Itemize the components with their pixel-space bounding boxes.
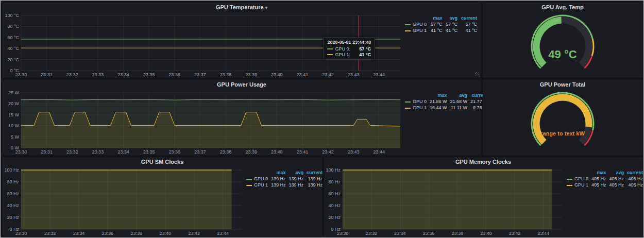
svg-text:23:43: 23:43: [348, 149, 360, 155]
series-color-dash: [405, 101, 411, 103]
svg-text:23:34: 23:34: [117, 149, 129, 155]
svg-text:23:30: 23:30: [337, 231, 349, 236]
legend-row: GPU 1 41 °C 41 °C 41 °C: [403, 27, 479, 33]
legend-max-value: 405 Hz: [590, 176, 608, 182]
legend-current-value: 139 Hz: [305, 182, 324, 188]
legend-avg-value: 139 Hz: [287, 176, 306, 182]
svg-text:23:33: 23:33: [92, 149, 104, 155]
svg-text:23:30: 23:30: [15, 149, 27, 155]
legend-series-gpu0[interactable]: GPU 0: [403, 21, 429, 27]
legend-series-gpu1[interactable]: GPU 1: [403, 27, 429, 33]
svg-text:23:43: 23:43: [348, 72, 360, 77]
panel-title-gpu-power-total[interactable]: GPU Power Total: [483, 80, 642, 89]
legend-avg-value: 21.68 W: [449, 98, 469, 105]
svg-text:10 W: 10 W: [8, 123, 20, 128]
legend-max-value: 21.86 W: [428, 98, 449, 105]
legend-series-gpu0[interactable]: GPU 0: [565, 176, 590, 182]
svg-text:23:36: 23:36: [169, 72, 181, 77]
legend-row: GPU 0 405 Hz 405 Hz 405 Hz: [565, 176, 644, 182]
svg-text:23:40: 23:40: [159, 231, 171, 236]
series-color-dash: [405, 108, 411, 109]
svg-text:100 Hz: 100 Hz: [326, 167, 341, 173]
legend-table: max avg current GPU 0 139 Hz 139 Hz 139 …: [245, 169, 324, 188]
gauge-area: range to text kW: [483, 89, 642, 155]
panel-title-text: GPU Avg. Temp: [541, 4, 584, 10]
series-color-dash: [567, 179, 572, 180]
gpu-memory-clocks-chart[interactable]: 0 Hz20 Hz40 Hz60 Hz80 Hz100 Hz23:3023:32…: [324, 166, 565, 236]
panel-title-gpu-temperature[interactable]: GPU Temperature▾: [3, 3, 481, 12]
panel-gpu-power-total: GPU Power Total range to text kW: [483, 80, 642, 155]
legend-max-value: 139 Hz: [269, 182, 287, 188]
panel-resize-handle[interactable]: [475, 72, 480, 77]
panel-gpu-temperature: GPU Temperature▾ 0 °C20 °C40 °C60 °C80 °…: [3, 3, 481, 78]
svg-text:80 Hz: 80 Hz: [328, 179, 341, 184]
legend-current-value: 139 Hz: [305, 176, 324, 182]
svg-text:23:35: 23:35: [143, 149, 155, 155]
svg-text:23:38: 23:38: [451, 231, 463, 236]
svg-text:23:44: 23:44: [374, 72, 385, 77]
legend: max avg current GPU 0 57 °C 57 °C 57 °C: [403, 12, 481, 78]
svg-text:23:38: 23:38: [220, 149, 232, 155]
memory-clocks-chart-area: 0 Hz20 Hz40 Hz60 Hz80 Hz100 Hz23:3023:32…: [324, 166, 565, 236]
legend-series-gpu0[interactable]: GPU 0: [403, 98, 428, 105]
series-name: GPU 1: [574, 182, 588, 188]
panel-title-gpu-avg-temp[interactable]: GPU Avg. Temp: [483, 3, 642, 12]
gpu-power-usage-chart[interactable]: 0 W5 W10 W15 W20 W25 W23:3023:3123:3223:…: [3, 89, 403, 155]
legend-header-avg[interactable]: avg: [444, 15, 459, 21]
legend-current-value: 41 °C: [459, 27, 479, 33]
panel-title-text: GPU Memory Clocks: [455, 159, 511, 165]
panel-gpu-power-usage: GPU Power Usage 0 W5 W10 W15 W20 W25 W23…: [3, 80, 481, 155]
legend-series-gpu1[interactable]: GPU 1: [565, 182, 590, 188]
legend-avg-value: 139 Hz: [287, 182, 306, 188]
legend-table: max avg current GPU 0 405 Hz 405 Hz 405 …: [565, 169, 644, 188]
legend-row: GPU 1 405 Hz 405 Hz 405 Hz: [565, 182, 644, 188]
legend-series-gpu1[interactable]: GPU 1: [403, 105, 428, 111]
svg-text:23:31: 23:31: [41, 149, 53, 155]
svg-text:23:36: 23:36: [102, 231, 114, 236]
power-chart-area: 0 W5 W10 W15 W20 W25 W23:3023:3123:3223:…: [3, 89, 403, 155]
legend-header-max[interactable]: max: [269, 169, 287, 176]
legend-header-max[interactable]: max: [428, 92, 449, 98]
legend-header-avg[interactable]: avg: [608, 169, 626, 176]
panel-gpu-memory-clocks: GPU Memory Clocks 0 Hz20 Hz40 Hz60 Hz80 …: [324, 157, 642, 236]
panel-title-gpu-memory-clocks[interactable]: GPU Memory Clocks: [324, 157, 642, 166]
svg-text:40 °C: 40 °C: [7, 46, 19, 51]
panel-title-gpu-sm-clocks[interactable]: GPU SM Clocks: [3, 157, 322, 166]
legend-max-value: 139 Hz: [269, 176, 287, 182]
svg-text:23:42: 23:42: [322, 149, 334, 155]
series-color-dash: [405, 24, 411, 25]
tooltip-series-name: GPU 0:: [335, 46, 350, 52]
legend-header-max[interactable]: max: [429, 15, 444, 21]
legend-header-avg[interactable]: avg: [287, 169, 306, 176]
panel-title-gpu-power-usage[interactable]: GPU Power Usage: [3, 80, 481, 89]
gpu-sm-clocks-chart[interactable]: 0 Hz20 Hz40 Hz60 Hz80 Hz100 Hz23:3023:32…: [3, 166, 245, 236]
svg-text:23:35: 23:35: [143, 72, 155, 77]
legend-series-gpu1[interactable]: GPU 1: [245, 182, 269, 188]
tooltip-row: GPU 0: 57 °C: [327, 46, 371, 52]
legend-max-value: 16.44 W: [428, 105, 449, 111]
svg-text:23:44: 23:44: [538, 231, 550, 236]
svg-text:23:36: 23:36: [423, 231, 435, 236]
svg-text:20 W: 20 W: [8, 101, 20, 106]
svg-text:5 W: 5 W: [11, 134, 20, 140]
legend-row: GPU 0 57 °C 57 °C 57 °C: [403, 21, 479, 27]
legend-header-current[interactable]: current: [625, 169, 644, 176]
legend-header-current[interactable]: current: [459, 15, 479, 21]
legend-avg-value: 41 °C: [444, 27, 459, 33]
series-color-dash: [246, 179, 252, 180]
legend-header-current[interactable]: current: [305, 169, 324, 176]
svg-text:23:32: 23:32: [365, 231, 377, 236]
svg-text:100 Hz: 100 Hz: [4, 167, 19, 173]
legend-max-value: 405 Hz: [590, 182, 608, 188]
legend-max-value: 41 °C: [429, 27, 444, 33]
legend-current-value: 57 °C: [459, 21, 479, 27]
legend-series-gpu0[interactable]: GPU 0: [245, 176, 269, 182]
legend-table: max avg current GPU 0 57 °C 57 °C 57 °C: [403, 15, 479, 33]
svg-text:23:41: 23:41: [297, 149, 309, 155]
series-color-dash: [405, 30, 411, 31]
legend-header-max[interactable]: max: [590, 169, 608, 176]
grafana-dashboard: GPU Temperature▾ 0 °C20 °C40 °C60 °C80 °…: [0, 0, 644, 238]
legend-header-avg[interactable]: avg: [449, 92, 469, 98]
tooltip-series-value: 57 °C: [359, 46, 371, 52]
series-color-dash: [327, 48, 333, 49]
